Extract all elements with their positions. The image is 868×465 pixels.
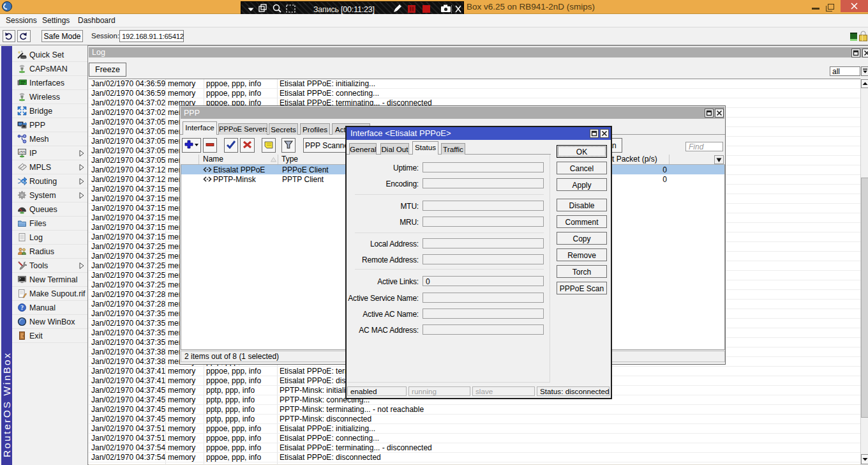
svg-text:255: 255: [19, 149, 26, 154]
svg-text:?: ?: [20, 305, 24, 311]
